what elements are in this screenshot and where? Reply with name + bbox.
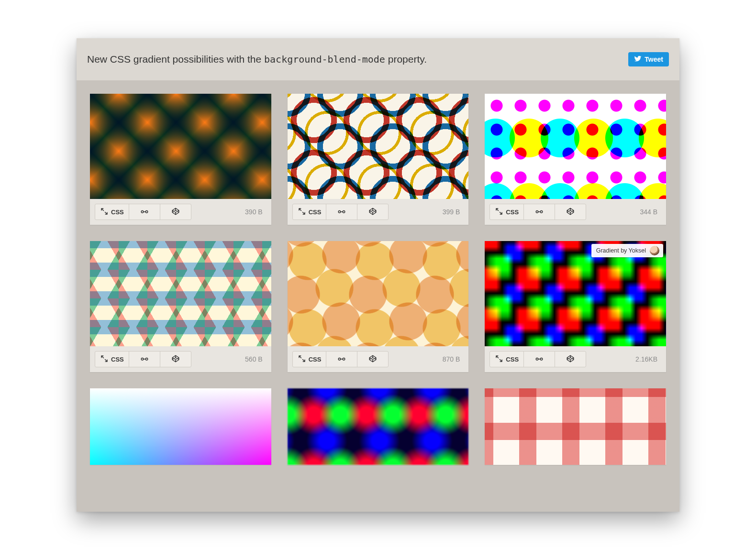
preview-button[interactable] [326,352,357,367]
header-bar: New CSS gradient possibilities with the … [77,38,679,80]
codepen-button[interactable] [555,204,586,220]
file-size: 2.16KB [635,355,661,363]
pattern-swatch[interactable] [288,388,469,465]
codepen-button[interactable] [160,204,191,220]
expand-css-button[interactable]: CSS [490,204,524,220]
glasses-icon [337,207,346,217]
pattern-card: CSS 390 B [90,94,271,225]
glasses-icon [337,354,346,364]
glasses-icon [535,207,544,217]
card-actions: CSS [489,204,586,220]
expand-css-button[interactable]: CSS [293,204,327,220]
card-actions: CSS [489,351,586,367]
card-toolbar: CSS 390 B [90,199,271,225]
codepen-button[interactable] [160,352,191,367]
card-toolbar: CSS 560 B [90,346,271,372]
pattern-swatch[interactable] [485,388,666,465]
file-size: 399 B [443,208,464,216]
expand-icon [298,207,306,217]
pattern-card: CSS [90,388,271,465]
codepen-icon [368,207,377,217]
file-size: 390 B [245,208,267,216]
expand-css-button[interactable]: CSS [293,352,327,367]
css-label: CSS [309,209,322,216]
css-label: CSS [506,209,519,216]
twitter-icon [634,55,642,64]
glasses-icon [535,354,544,364]
card-actions: CSS [292,351,389,367]
expand-css-button[interactable]: CSS [95,352,129,367]
preview-button[interactable] [524,352,555,367]
pattern-card: CSS 560 B [90,241,271,372]
pattern-swatch[interactable] [90,241,271,346]
pattern-card: CSS 399 B [288,94,469,225]
page-title: New CSS gradient possibilities with the … [87,54,427,65]
glasses-icon [140,354,149,364]
file-size: 870 B [443,355,464,363]
pattern-swatch[interactable] [485,94,666,199]
css-label: CSS [111,356,124,363]
expand-css-button[interactable]: CSS [95,204,129,220]
avatar [650,246,659,255]
expand-icon [100,207,109,217]
title-prefix: New CSS gradient possibilities with the [87,54,264,65]
file-size: 344 B [640,208,661,216]
card-actions: CSS [95,351,191,367]
pattern-card: CSS 2.16KB Gradient by Yoksel [485,241,666,372]
codepen-button[interactable] [555,352,586,367]
expand-icon [495,354,503,364]
css-label: CSS [309,356,322,363]
expand-icon [298,354,306,364]
pattern-swatch[interactable] [90,94,271,199]
preview-button[interactable] [129,352,160,367]
card-actions: CSS [292,204,389,220]
glasses-icon [140,207,149,217]
tweet-button[interactable]: Tweet [628,52,669,66]
card-actions: CSS [95,204,191,220]
card-toolbar: CSS 2.16KB [485,346,666,372]
title-suffix: property. [385,54,427,65]
codepen-button[interactable] [357,204,388,220]
expand-css-button[interactable]: CSS [490,352,524,367]
pattern-card: CSS [288,388,469,465]
preview-button[interactable] [524,204,555,220]
preview-button[interactable] [129,204,160,220]
preview-button[interactable] [326,204,357,220]
card-toolbar: CSS 344 B [485,199,666,225]
expand-icon [100,354,109,364]
credit-label: Gradient by Yoksel [596,247,646,254]
pattern-swatch[interactable] [288,94,469,199]
codepen-icon [171,354,180,364]
codepen-button[interactable] [357,352,388,367]
pattern-card: CSS 870 B [288,241,469,372]
expand-icon [495,207,503,217]
pattern-card: CSS [485,388,666,465]
css-label: CSS [506,356,519,363]
codepen-icon [171,207,180,217]
tweet-label: Tweet [645,55,663,63]
title-code: background-blend-mode [264,54,385,65]
codepen-icon [566,207,575,217]
pattern-swatch[interactable] [288,241,469,346]
gallery-panel: New CSS gradient possibilities with the … [77,38,679,512]
credit-badge[interactable]: Gradient by Yoksel [591,244,663,257]
codepen-icon [368,354,377,364]
codepen-icon [566,354,575,364]
file-size: 560 B [245,355,267,363]
css-label: CSS [111,209,124,216]
pattern-card: CSS 344 B [485,94,666,225]
pattern-grid: CSS 390 B [77,80,679,465]
card-toolbar: CSS 870 B [288,346,469,372]
pattern-swatch[interactable] [90,388,271,465]
card-toolbar: CSS 399 B [288,199,469,225]
